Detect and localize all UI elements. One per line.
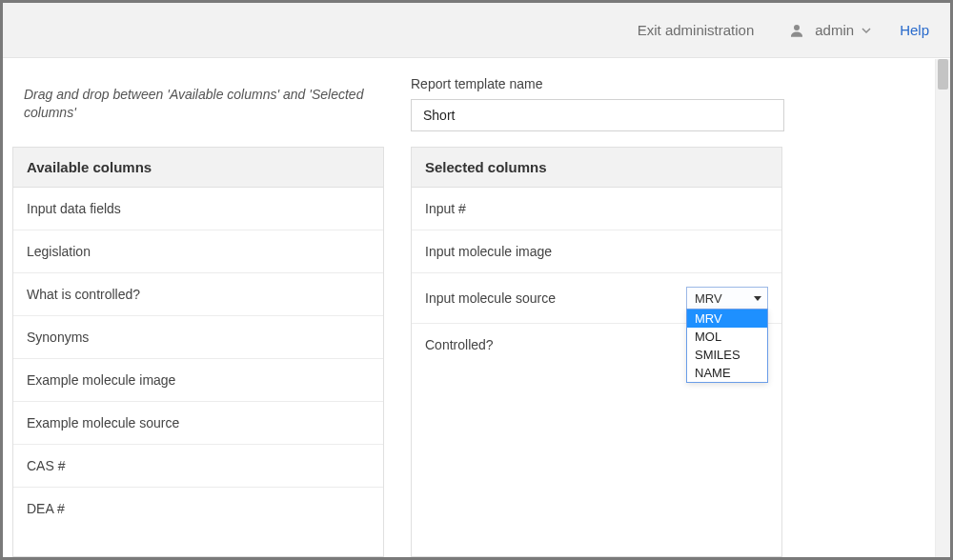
format-select-value: MRV: [695, 291, 722, 306]
list-item[interactable]: Input molecule sourceMRVMRVMOLSMILESNAME: [412, 273, 781, 324]
list-item-label: What is controlled?: [27, 287, 370, 302]
list-item-label: DEA #: [27, 501, 370, 516]
format-select-option[interactable]: NAME: [687, 364, 767, 382]
format-select[interactable]: MRV: [686, 287, 768, 310]
app-window: Exit administration admin Help Drag and …: [0, 0, 953, 560]
format-select-wrap: MRVMRVMOLSMILESNAME: [686, 287, 768, 310]
help-link[interactable]: Help: [900, 22, 929, 38]
list-item-label: CAS #: [27, 458, 370, 473]
format-select-option[interactable]: MOL: [687, 328, 767, 346]
top-bar: Exit administration admin Help: [3, 3, 950, 58]
chevron-down-icon: [754, 296, 761, 301]
selected-columns-panel: Selected columns Input #Input molecule i…: [411, 147, 782, 557]
format-select-option[interactable]: SMILES: [687, 346, 767, 364]
list-item[interactable]: Example molecule source: [13, 402, 383, 445]
list-item[interactable]: CAS #: [13, 445, 383, 488]
list-item[interactable]: Input molecule image: [412, 230, 781, 273]
report-name-input[interactable]: [411, 99, 784, 131]
selected-columns-list: Input #Input molecule imageInput molecul…: [412, 188, 781, 366]
list-item[interactable]: Input #: [412, 188, 781, 230]
scrollbar-thumb[interactable]: [938, 59, 948, 90]
list-item-label: Input #: [425, 201, 768, 216]
selected-columns-header: Selected columns: [412, 148, 781, 188]
user-label: admin: [815, 22, 854, 38]
list-item[interactable]: Example molecule image: [13, 359, 383, 402]
report-name-label: Report template name: [411, 76, 784, 91]
list-item-label: Input molecule source: [425, 290, 686, 306]
list-item[interactable]: Synonyms: [13, 316, 383, 359]
list-item[interactable]: DEA #: [13, 488, 383, 530]
chevron-down-icon: [862, 26, 871, 35]
drag-drop-hint: Drag and drop between 'Available columns…: [3, 76, 386, 133]
person-icon: [788, 22, 805, 39]
report-name-block: Report template name: [411, 76, 784, 131]
list-item-label: Synonyms: [27, 330, 370, 345]
list-item-label: Legislation: [27, 244, 370, 259]
list-item-label: Input molecule image: [425, 244, 768, 259]
available-columns-list: Input data fieldsLegislationWhat is cont…: [13, 188, 383, 530]
content-area: Drag and drop between 'Available columns…: [3, 59, 935, 557]
available-columns-header: Available columns: [13, 148, 383, 188]
columns-panels: Available columns Input data fieldsLegis…: [12, 147, 925, 557]
vertical-scrollbar[interactable]: [935, 59, 950, 557]
list-item[interactable]: What is controlled?: [13, 273, 383, 316]
exit-administration-link[interactable]: Exit administration: [638, 22, 755, 38]
format-select-option[interactable]: MRV: [687, 310, 767, 328]
user-menu[interactable]: admin: [788, 22, 871, 39]
list-item-label: Input data fields: [27, 201, 370, 216]
available-columns-panel: Available columns Input data fieldsLegis…: [12, 147, 384, 557]
list-item[interactable]: Input data fields: [13, 188, 383, 230]
list-item-label: Example molecule source: [27, 415, 370, 430]
list-item-label: Example molecule image: [27, 372, 370, 388]
svg-point-0: [794, 25, 800, 30]
format-select-dropdown: MRVMOLSMILESNAME: [686, 309, 768, 383]
list-item[interactable]: Legislation: [13, 230, 383, 273]
